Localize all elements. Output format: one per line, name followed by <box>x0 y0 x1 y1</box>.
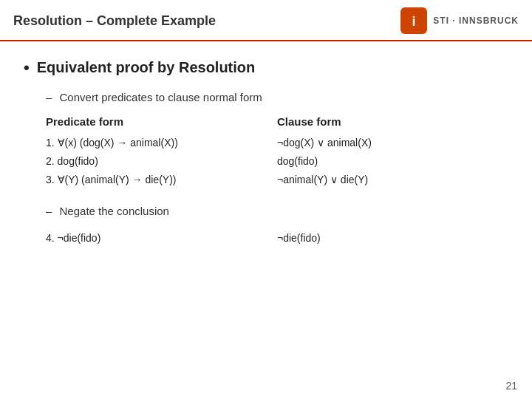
clause-column: Clause form ¬dog(X) ∨ animal(X) dog(fido… <box>277 115 508 190</box>
negate-clause-column: ¬die(fido) <box>277 229 508 248</box>
clause-rows: ¬dog(X) ∨ animal(X) dog(fido) ¬animal(Y)… <box>277 134 508 190</box>
logo-area: i STI · INNSBRUCK <box>400 7 519 34</box>
sub-item-negate: – Negate the conclusion <box>46 205 508 217</box>
negate-clause-rows: ¬die(fido) <box>277 229 508 248</box>
predicate-row-1: 1. ∀(x) (dog(X) → animal(X)) <box>46 134 277 152</box>
predicate-row-3: 3. ∀(Y) (animal(Y) → die(Y)) <box>46 171 277 189</box>
negate-table: 4. ¬die(fido) ¬die(fido) <box>46 229 508 248</box>
predicate-row-2: 2. dog(fido) <box>46 152 277 171</box>
negate-clause-row-1: ¬die(fido) <box>277 229 508 248</box>
page-header: Resolution – Complete Example i STI · IN… <box>0 0 532 41</box>
bullet-dot: • <box>24 60 30 76</box>
main-heading: • Equivalent proof by Resolution <box>24 59 508 76</box>
main-content: • Equivalent proof by Resolution – Conve… <box>0 41 532 274</box>
predicate-rows: 1. ∀(x) (dog(X) → animal(X)) 2. dog(fido… <box>46 134 277 190</box>
logo-text: STI · INNSBRUCK <box>433 16 519 26</box>
sub-label-negate: – Negate the conclusion <box>46 205 508 217</box>
clause-col-header: Clause form <box>277 115 508 128</box>
clause-row-3: ¬animal(Y) ∨ die(Y) <box>277 171 508 189</box>
negate-predicate-rows: 4. ¬die(fido) <box>46 229 277 248</box>
page-title: Resolution – Complete Example <box>13 13 216 29</box>
sub-item-convert: – Convert predicates to clause normal fo… <box>46 91 508 103</box>
negate-predicate-row-1: 4. ¬die(fido) <box>46 229 277 248</box>
predicate-column: Predicate form 1. ∀(x) (dog(X) → animal(… <box>46 115 277 190</box>
predicate-clause-table: Predicate form 1. ∀(x) (dog(X) → animal(… <box>46 115 508 190</box>
clause-row-2: dog(fido) <box>277 152 508 171</box>
main-heading-text: Equivalent proof by Resolution <box>37 59 256 76</box>
svg-text:i: i <box>412 14 416 29</box>
page-number: 21 <box>505 380 517 392</box>
sti-logo-icon: i <box>400 7 427 34</box>
sub-label-convert: – Convert predicates to clause normal fo… <box>46 91 508 103</box>
negate-predicate-column: 4. ¬die(fido) <box>46 229 277 248</box>
predicate-col-header: Predicate form <box>46 115 277 128</box>
page-footer: 21 <box>505 380 517 392</box>
clause-row-1: ¬dog(X) ∨ animal(X) <box>277 134 508 152</box>
